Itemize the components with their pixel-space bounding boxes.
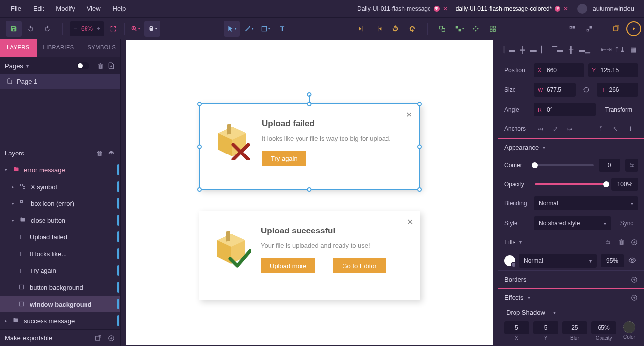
upload-more-button[interactable]: Upload more xyxy=(261,258,315,273)
width-input[interactable]: W677.5 xyxy=(534,83,576,97)
distribute-v-icon[interactable]: ⤒⤓ xyxy=(613,43,626,56)
rotate-ccw-button[interactable] xyxy=(387,21,403,37)
left-tab-libraries[interactable]: LIBRARIES xyxy=(37,39,81,57)
export-out-icon[interactable] xyxy=(94,334,102,342)
shadow-blur-input[interactable]: 25 xyxy=(562,321,588,334)
menu-view[interactable]: View xyxy=(81,2,107,15)
go-editor-button[interactable]: Go to Editor xyxy=(333,258,385,273)
search-zoom-button[interactable]: ▾ xyxy=(128,21,143,37)
anchor-left-icon[interactable]: ⤟ xyxy=(534,122,547,135)
caret-down-icon[interactable]: ▾ xyxy=(5,167,10,172)
menu-modify[interactable]: Modify xyxy=(50,2,81,15)
pen-tool[interactable]: ▾ xyxy=(241,21,257,37)
fill-color-swatch[interactable] xyxy=(504,255,515,266)
add-fill-icon[interactable] xyxy=(630,238,638,246)
doc-tab-a[interactable]: Daily-UI-011-flash-message ✽ ✕ xyxy=(353,3,452,14)
error-flash-card[interactable]: ✕ Upload failed It looks like your file … xyxy=(199,103,420,190)
layer-close-button[interactable]: ▸ close button xyxy=(0,212,120,229)
menu-file[interactable]: File xyxy=(5,2,27,15)
delete-page-icon[interactable]: 🗑 xyxy=(96,62,104,70)
position-y-input[interactable]: Y125.15 xyxy=(588,63,639,77)
doc-tab-b[interactable]: daily-UI-011-flash-message-colored* ✽ ✕ xyxy=(452,3,573,14)
anchor-top-icon[interactable]: ⤒ xyxy=(594,122,607,135)
page-item[interactable]: Page 1 xyxy=(0,74,120,89)
corner-value[interactable]: 0 xyxy=(599,159,620,172)
export-button[interactable] xyxy=(581,21,597,37)
caret-right-icon[interactable]: ▸ xyxy=(5,318,10,323)
add-effect-icon[interactable] xyxy=(630,294,638,302)
delete-layer-icon[interactable]: 🗑 xyxy=(95,150,103,157)
shadow-y-input[interactable]: 5 xyxy=(533,321,558,334)
align-left-icon[interactable]: ▏▬ xyxy=(503,43,515,56)
blending-select[interactable]: Normal▾ xyxy=(534,196,638,210)
close-icon[interactable]: ✕ xyxy=(407,217,413,227)
select-tool[interactable]: ▾ xyxy=(224,21,240,37)
shadow-color-swatch[interactable] xyxy=(623,321,635,333)
align-top-icon[interactable]: ▔▬ xyxy=(552,43,564,56)
align-h-center-icon[interactable]: ╪ xyxy=(516,43,529,56)
layer-try-again-text[interactable]: T Try again xyxy=(0,262,120,279)
layer-button-bg[interactable]: button background xyxy=(0,279,120,296)
shadow-opacity-input[interactable]: 65% xyxy=(591,321,616,334)
chevron-down-icon[interactable]: ▾ xyxy=(553,310,556,315)
flip-h-button[interactable] xyxy=(354,21,370,37)
fill-blend-select[interactable]: Normal▾ xyxy=(519,254,597,268)
layer-box-icon-error[interactable]: ▸ box icon (error) xyxy=(0,195,120,212)
layer-success-message[interactable]: ▸ success message xyxy=(0,312,120,329)
add-export-icon[interactable] xyxy=(107,334,115,342)
corner-advanced-icon[interactable] xyxy=(625,159,638,172)
add-border-icon[interactable] xyxy=(630,276,638,284)
try-again-button[interactable]: Try again xyxy=(262,151,306,166)
zoom-control[interactable]: − 66% + xyxy=(70,21,104,36)
share-button[interactable] xyxy=(608,21,624,37)
anchor-right-icon[interactable]: ⤠ xyxy=(563,122,576,135)
menu-help[interactable]: Help xyxy=(107,2,132,15)
layer-error-message[interactable]: ▾ error message xyxy=(0,161,120,178)
chevron-down-icon[interactable]: ▾ xyxy=(519,239,522,245)
layer-x-symbol[interactable]: ▸ X symbol xyxy=(0,178,120,195)
layers-options-icon[interactable] xyxy=(107,150,115,157)
chevron-down-icon[interactable]: ▾ xyxy=(528,295,530,300)
zoom-out-icon[interactable]: − xyxy=(74,25,77,32)
flip-v-button[interactable] xyxy=(371,21,386,37)
tab-close-icon[interactable]: ✕ xyxy=(443,5,448,12)
text-tool[interactable] xyxy=(274,21,290,37)
distribute-h-icon[interactable]: ⇤⇥ xyxy=(600,43,612,56)
layer-upload-failed-text[interactable]: T Upload failed xyxy=(0,229,120,245)
layer-desc-text[interactable]: T It looks like... xyxy=(0,245,120,262)
align-v-center-icon[interactable]: ╫ xyxy=(565,43,577,56)
shape-tool[interactable]: ▾ xyxy=(258,21,273,37)
caret-right-icon[interactable]: ▸ xyxy=(12,218,17,223)
shadow-x-input[interactable]: 5 xyxy=(504,321,529,334)
opacity-value[interactable]: 100% xyxy=(611,178,638,191)
tidy-icon[interactable]: ▦ xyxy=(627,43,639,56)
play-button[interactable] xyxy=(626,21,641,36)
fill-options-icon[interactable] xyxy=(604,238,612,246)
user-avatar[interactable] xyxy=(577,4,587,14)
position-x-input[interactable]: X660 xyxy=(534,63,584,77)
close-icon[interactable]: ✕ xyxy=(406,110,412,119)
align-bottom-icon[interactable]: ▬▁ xyxy=(578,43,591,56)
fit-screen-button[interactable] xyxy=(105,21,121,37)
fill-opacity-value[interactable]: 95% xyxy=(601,254,624,267)
rotation-input[interactable]: R0° xyxy=(534,103,596,116)
style-select[interactable]: No shared style▾ xyxy=(534,216,611,230)
anchor-v-center-icon[interactable]: ⤡ xyxy=(609,122,622,135)
corner-slider[interactable] xyxy=(535,164,594,166)
sync-button[interactable]: Sync xyxy=(615,216,638,230)
delete-fill-icon[interactable]: 🗑 xyxy=(617,238,625,246)
undo-button[interactable] xyxy=(23,21,39,37)
left-tab-symbols[interactable]: SYMBOLS xyxy=(81,39,123,57)
success-flash-card[interactable]: ✕ Upload successful Your file is uploade… xyxy=(199,211,420,300)
anchor-bottom-icon[interactable]: ⤓ xyxy=(624,122,637,135)
tab-close-icon[interactable]: ✕ xyxy=(563,5,568,12)
rotate-cw-button[interactable] xyxy=(404,21,420,37)
save-button[interactable] xyxy=(6,21,22,37)
redo-button[interactable] xyxy=(40,21,55,37)
chevron-down-icon[interactable]: ▾ xyxy=(543,145,545,150)
inspect-button[interactable] xyxy=(564,21,580,37)
left-tab-layers[interactable]: LAYERS xyxy=(0,39,37,57)
layer-window-bg[interactable]: window background xyxy=(0,296,120,312)
snap-button[interactable]: ▾ xyxy=(144,21,160,37)
menu-edit[interactable]: Edit xyxy=(27,2,50,15)
